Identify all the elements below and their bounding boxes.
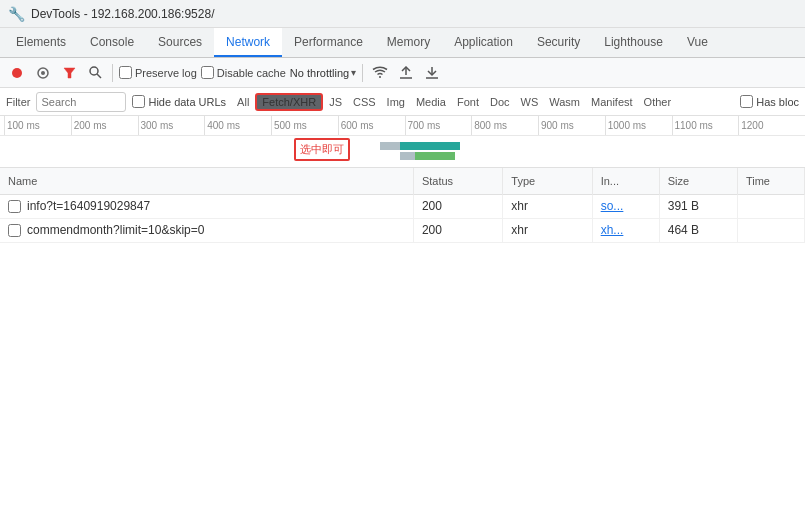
preserve-log-checkbox[interactable] — [119, 66, 132, 79]
tab-lighthouse[interactable]: Lighthouse — [592, 28, 675, 57]
mark-900ms: 900 ms — [538, 116, 605, 135]
row1-time-cell — [737, 194, 804, 218]
filter-other-button[interactable]: Other — [639, 95, 677, 109]
toolbar: Preserve log Disable cache No throttling… — [0, 58, 805, 88]
mark-400ms: 400 ms — [204, 116, 271, 135]
wifi-icon-button[interactable] — [369, 62, 391, 84]
mark-1100ms: 1100 ms — [672, 116, 739, 135]
row2-size-cell: 464 B — [659, 218, 737, 242]
timeline-marks: 100 ms 200 ms 300 ms 400 ms 500 ms 600 m… — [4, 116, 805, 135]
filter-input[interactable] — [36, 92, 126, 112]
stop-button[interactable] — [32, 62, 54, 84]
row1-initiator-cell: so... — [592, 194, 659, 218]
mark-800ms: 800 ms — [471, 116, 538, 135]
filter-label: Filter — [6, 96, 30, 108]
row1-checkbox[interactable] — [8, 200, 21, 213]
divider-2 — [362, 64, 363, 82]
mark-1200ms: 1200 — [738, 116, 805, 135]
network-table-container: Name Status Type In... Size Time — [0, 168, 805, 243]
devtools-icon: 🔧 — [8, 6, 25, 22]
tab-bar: Elements Console Sources Network Perform… — [0, 28, 805, 58]
disable-cache-label[interactable]: Disable cache — [201, 66, 286, 79]
filter-ws-button[interactable]: WS — [516, 95, 544, 109]
filter-doc-button[interactable]: Doc — [485, 95, 515, 109]
search-button[interactable] — [84, 62, 106, 84]
col-time-header[interactable]: Time — [737, 168, 804, 194]
row1-status-cell: 200 — [413, 194, 502, 218]
filter-js-button[interactable]: JS — [324, 95, 347, 109]
tab-performance[interactable]: Performance — [282, 28, 375, 57]
timeline-requests: 选中即可 — [0, 136, 805, 168]
tab-vue[interactable]: Vue — [675, 28, 720, 57]
tab-security[interactable]: Security — [525, 28, 592, 57]
svg-point-2 — [41, 71, 45, 75]
filter-img-button[interactable]: Img — [382, 95, 410, 109]
mark-1000ms: 1000 ms — [605, 116, 672, 135]
import-button[interactable] — [395, 62, 417, 84]
col-initiator-header[interactable]: In... — [592, 168, 659, 194]
filter-media-button[interactable]: Media — [411, 95, 451, 109]
col-status-header[interactable]: Status — [413, 168, 502, 194]
network-table: Name Status Type In... Size Time — [0, 168, 805, 243]
row1-size-cell: 391 B — [659, 194, 737, 218]
tab-sources[interactable]: Sources — [146, 28, 214, 57]
record-button[interactable] — [6, 62, 28, 84]
tab-memory[interactable]: Memory — [375, 28, 442, 57]
title-bar: 🔧 DevTools - 192.168.200.186:9528/ — [0, 0, 805, 28]
divider-1 — [112, 64, 113, 82]
timeline-area: 100 ms 200 ms 300 ms 400 ms 500 ms 600 m… — [0, 116, 805, 168]
filter-font-button[interactable]: Font — [452, 95, 484, 109]
hide-data-urls-checkbox[interactable] — [132, 95, 145, 108]
filter-bar: Filter Hide data URLs All Fetch/XHR JS C… — [0, 88, 805, 116]
svg-point-0 — [12, 68, 22, 78]
tab-console[interactable]: Console — [78, 28, 146, 57]
filter-css-button[interactable]: CSS — [348, 95, 381, 109]
row1-name-cell: info?t=1640919029847 — [0, 194, 413, 218]
table-header-row: Name Status Type In... Size Time — [0, 168, 805, 194]
preserve-log-label[interactable]: Preserve log — [119, 66, 197, 79]
row2-time-cell — [737, 218, 804, 242]
col-type-header[interactable]: Type — [503, 168, 592, 194]
row2-checkbox[interactable] — [8, 224, 21, 237]
annotation-box: 选中即可 — [294, 138, 350, 161]
svg-marker-3 — [64, 68, 75, 78]
table-row[interactable]: info?t=1640919029847 200 xhr so... 391 B — [0, 194, 805, 218]
title-bar-title: DevTools - 192.168.200.186:9528/ — [31, 7, 214, 21]
hide-data-urls-label[interactable]: Hide data URLs — [132, 95, 226, 108]
has-blocked-checkbox[interactable] — [740, 95, 753, 108]
col-size-header[interactable]: Size — [659, 168, 737, 194]
table-row[interactable]: commendmonth?limit=10&skip=0 200 xhr xh.… — [0, 218, 805, 242]
tab-network[interactable]: Network — [214, 28, 282, 57]
row1-type-cell: xhr — [503, 194, 592, 218]
throttle-select-container: No throttling ▾ — [290, 67, 356, 79]
mark-200ms: 200 ms — [71, 116, 138, 135]
mark-600ms: 600 ms — [338, 116, 405, 135]
bar-receiving-2 — [415, 152, 455, 160]
tab-elements[interactable]: Elements — [4, 28, 78, 57]
tab-application[interactable]: Application — [442, 28, 525, 57]
svg-line-5 — [97, 74, 101, 78]
mark-300ms: 300 ms — [138, 116, 205, 135]
mark-700ms: 700 ms — [405, 116, 472, 135]
filter-type-buttons: All Fetch/XHR JS CSS Img Media Font Doc … — [232, 93, 734, 111]
request-bar-1 — [380, 142, 460, 150]
disable-cache-checkbox[interactable] — [201, 66, 214, 79]
has-blocked-label[interactable]: Has bloc — [740, 95, 799, 108]
filter-all-button[interactable]: All — [232, 95, 254, 109]
col-name-header[interactable]: Name — [0, 168, 413, 194]
filter-button[interactable] — [58, 62, 80, 84]
bar-waiting-1 — [380, 142, 400, 150]
throttle-arrow-icon: ▾ — [351, 67, 356, 78]
svg-point-4 — [90, 67, 98, 75]
filter-fetch-xhr-button[interactable]: Fetch/XHR — [255, 93, 323, 111]
export-button[interactable] — [421, 62, 443, 84]
filter-manifest-button[interactable]: Manifest — [586, 95, 638, 109]
request-bar-2 — [400, 152, 455, 160]
bar-waiting-2 — [400, 152, 415, 160]
filter-wasm-button[interactable]: Wasm — [544, 95, 585, 109]
row2-status-cell: 200 — [413, 218, 502, 242]
bar-receiving-1 — [400, 142, 460, 150]
row2-name-cell: commendmonth?limit=10&skip=0 — [0, 218, 413, 242]
mark-100ms: 100 ms — [4, 116, 71, 135]
timeline-ruler: 100 ms 200 ms 300 ms 400 ms 500 ms 600 m… — [0, 116, 805, 136]
